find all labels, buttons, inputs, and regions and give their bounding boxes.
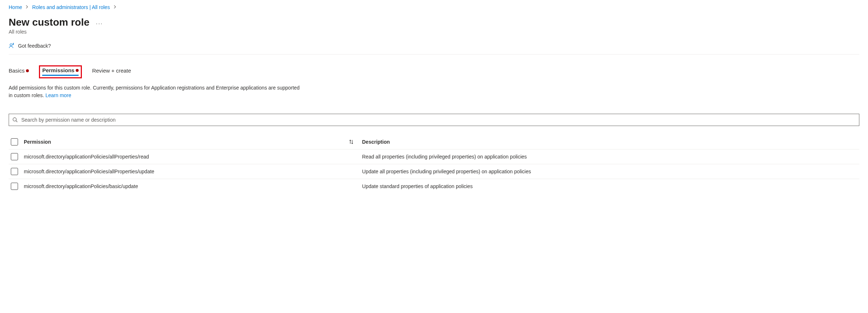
column-header-description[interactable]: Description bbox=[362, 139, 859, 145]
page-title: New custom role bbox=[9, 17, 89, 28]
desc-line1: Add permissions for this custom role. Cu… bbox=[9, 85, 300, 91]
chevron-right-icon bbox=[26, 5, 28, 10]
required-indicator-icon bbox=[26, 69, 29, 72]
chevron-right-icon bbox=[114, 5, 116, 10]
svg-point-0 bbox=[10, 44, 12, 46]
desc-line2-prefix: in custom roles. bbox=[9, 92, 45, 98]
page-subtitle: All roles bbox=[9, 29, 859, 35]
tab-basics-label: Basics bbox=[9, 68, 25, 74]
feedback-label: Got feedback? bbox=[18, 43, 51, 49]
learn-more-link[interactable]: Learn more bbox=[45, 92, 71, 98]
permission-name: microsoft.directory/applicationPolicies/… bbox=[24, 154, 348, 160]
table-row: microsoft.directory/applicationPolicies/… bbox=[9, 179, 859, 194]
sort-button[interactable] bbox=[348, 139, 362, 145]
row-checkbox[interactable] bbox=[11, 153, 18, 160]
tab-review-label: Review + create bbox=[92, 68, 131, 74]
permission-description: Update all properties (including privile… bbox=[362, 169, 859, 174]
select-all-checkbox[interactable] bbox=[11, 138, 18, 145]
required-indicator-icon bbox=[76, 69, 79, 72]
search-input[interactable] bbox=[9, 114, 859, 126]
column-header-permission[interactable]: Permission bbox=[24, 139, 348, 145]
table-row: microsoft.directory/applicationPolicies/… bbox=[9, 164, 859, 179]
permission-description: Update standard properties of applicatio… bbox=[362, 183, 859, 189]
breadcrumb: Home Roles and administrators | All role… bbox=[9, 4, 859, 10]
sort-icon bbox=[348, 139, 354, 145]
permission-name: microsoft.directory/applicationPolicies/… bbox=[24, 183, 348, 189]
tab-permissions[interactable]: Permissions bbox=[42, 67, 79, 76]
permissions-table: Permission Description microsoft.directo… bbox=[9, 135, 859, 194]
tab-permissions-label: Permissions bbox=[42, 67, 74, 73]
row-checkbox[interactable] bbox=[11, 168, 18, 175]
feedback-icon bbox=[9, 43, 15, 49]
more-actions-button[interactable]: ··· bbox=[96, 18, 103, 27]
tab-basics[interactable]: Basics bbox=[9, 68, 29, 77]
tabs-container: Basics Permissions Review + create bbox=[9, 65, 859, 77]
row-checkbox[interactable] bbox=[11, 183, 18, 190]
svg-line-2 bbox=[16, 121, 17, 122]
permissions-description: Add permissions for this custom role. Cu… bbox=[9, 84, 441, 99]
table-header-row: Permission Description bbox=[9, 135, 859, 149]
tab-review-create[interactable]: Review + create bbox=[92, 68, 131, 77]
breadcrumb-home[interactable]: Home bbox=[9, 4, 22, 10]
table-row: microsoft.directory/applicationPolicies/… bbox=[9, 149, 859, 164]
permission-description: Read all properties (including privilege… bbox=[362, 154, 859, 160]
breadcrumb-roles[interactable]: Roles and administrators | All roles bbox=[32, 4, 110, 10]
search-icon bbox=[12, 117, 18, 123]
feedback-button[interactable]: Got feedback? bbox=[9, 43, 859, 55]
svg-point-1 bbox=[13, 118, 16, 121]
permission-name: microsoft.directory/applicationPolicies/… bbox=[24, 169, 348, 174]
tab-permissions-highlight: Permissions bbox=[39, 65, 82, 78]
